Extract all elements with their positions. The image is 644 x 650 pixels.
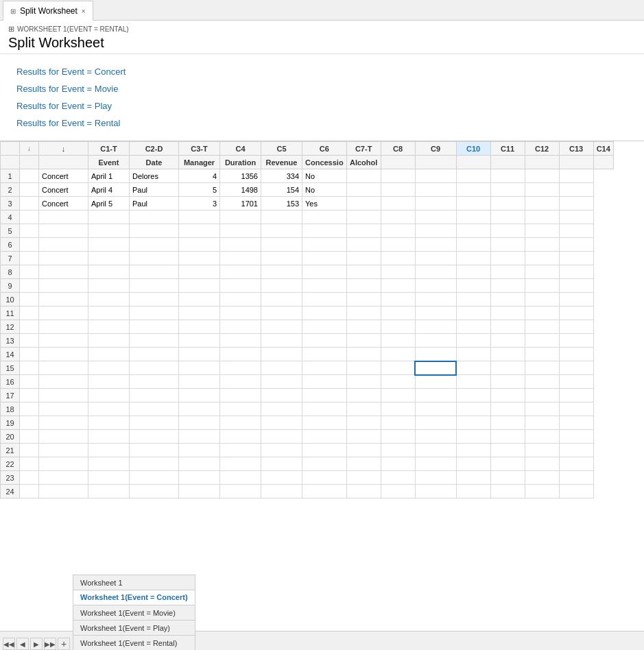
cell-r12-c12[interactable]: [525, 320, 559, 334]
cell-r23-c7[interactable]: [346, 471, 381, 485]
cell-r2-c4[interactable]: 1498: [220, 183, 261, 197]
cell-r2-c0[interactable]: Concert: [39, 183, 88, 197]
cell-r6-c5[interactable]: [261, 238, 302, 252]
cell-r14-c5[interactable]: [261, 348, 302, 361]
cell-r9-c4[interactable]: [220, 279, 261, 293]
cell-r1-c8[interactable]: [381, 169, 415, 183]
cell-r19-c9[interactable]: [415, 416, 456, 430]
cell-r17-c0[interactable]: [39, 389, 88, 402]
col-header-C2-D[interactable]: C2-D: [130, 142, 179, 156]
cell-r24-c10[interactable]: [456, 485, 490, 498]
cell-r12-c9[interactable]: [415, 320, 456, 334]
cell-r7-c1[interactable]: [88, 252, 130, 265]
cell-r18-c9[interactable]: [415, 402, 456, 416]
cell-r2-c11[interactable]: [490, 183, 525, 197]
cell-r10-c9[interactable]: [415, 293, 456, 306]
cell-r14-c12[interactable]: [525, 348, 559, 361]
cell-r6-c0[interactable]: [39, 238, 88, 252]
cell-r10-c3[interactable]: [179, 293, 220, 306]
cell-r8-c13[interactable]: [559, 265, 593, 279]
cell-r16-c9[interactable]: [415, 375, 456, 389]
cell-r20-c10[interactable]: [456, 430, 490, 444]
cell-r10-c10[interactable]: [456, 293, 490, 306]
table-row[interactable]: 19: [1, 416, 614, 430]
cell-r8-c11[interactable]: [490, 265, 525, 279]
cell-r1-c13[interactable]: [559, 169, 593, 183]
cell-r15-c5[interactable]: [261, 361, 302, 375]
cell-r13-c9[interactable]: [415, 334, 456, 348]
cell-r7-c11[interactable]: [490, 252, 525, 265]
cell-r16-c10[interactable]: [456, 375, 490, 389]
cell-r21-c0[interactable]: [39, 444, 88, 457]
cell-r2-c7[interactable]: [346, 183, 381, 197]
cell-r5-c5[interactable]: [261, 224, 302, 238]
cell-r7-c12[interactable]: [525, 252, 559, 265]
cell-r7-c13[interactable]: [559, 252, 593, 265]
table-row[interactable]: 6: [1, 238, 614, 252]
cell-r18-c1[interactable]: [88, 402, 130, 416]
cell-r20-c13[interactable]: [559, 430, 593, 444]
cell-r5-c10[interactable]: [456, 224, 490, 238]
spreadsheet-container[interactable]: ↓ ↓C1-TC2-DC3-TC4C5C6C7-TC8C9C10C11C12C1…: [0, 141, 644, 581]
cell-r5-c12[interactable]: [525, 224, 559, 238]
cell-r15-c13[interactable]: [559, 361, 593, 375]
cell-r6-c6[interactable]: [302, 238, 347, 252]
cell-r15-c6[interactable]: [302, 361, 347, 375]
cell-r18-c10[interactable]: [456, 402, 490, 416]
table-row[interactable]: 22: [1, 457, 614, 471]
cell-r19-c13[interactable]: [559, 416, 593, 430]
cell-r20-c8[interactable]: [381, 430, 415, 444]
cell-r13-c12[interactable]: [525, 334, 559, 348]
cell-r9-c9[interactable]: [415, 279, 456, 293]
col-header-C6[interactable]: C6: [302, 142, 347, 156]
cell-r23-c5[interactable]: [261, 471, 302, 485]
cell-r11-c11[interactable]: [490, 306, 525, 320]
cell-r22-c10[interactable]: [456, 457, 490, 471]
result-play[interactable]: Results for Event = Play: [16, 101, 628, 111]
cell-r3-c1[interactable]: April 5: [88, 197, 130, 210]
cell-r5-c13[interactable]: [559, 224, 593, 238]
cell-r10-c12[interactable]: [525, 293, 559, 306]
cell-r24-c6[interactable]: [302, 485, 347, 498]
cell-r18-c3[interactable]: [179, 402, 220, 416]
table-row[interactable]: 1ConcertApril 1Delores41356334No: [1, 169, 614, 183]
cell-r11-c9[interactable]: [415, 306, 456, 320]
cell-r8-c8[interactable]: [381, 265, 415, 279]
cell-r8-c4[interactable]: [220, 265, 261, 279]
cell-r3-c9[interactable]: [415, 197, 456, 210]
cell-r15-c3[interactable]: [179, 361, 220, 375]
cell-r18-c13[interactable]: [559, 402, 593, 416]
cell-r5-c9[interactable]: [415, 224, 456, 238]
cell-r15-c9[interactable]: [415, 361, 456, 375]
cell-r18-c11[interactable]: [490, 402, 525, 416]
cell-r20-c4[interactable]: [220, 430, 261, 444]
cell-r4-c5[interactable]: [261, 210, 302, 224]
cell-r16-c4[interactable]: [220, 375, 261, 389]
cell-r12-c7[interactable]: [346, 320, 381, 334]
cell-r20-c5[interactable]: [261, 430, 302, 444]
cell-r4-c10[interactable]: [456, 210, 490, 224]
cell-r4-c8[interactable]: [381, 210, 415, 224]
cell-r8-c6[interactable]: [302, 265, 347, 279]
cell-r3-c4[interactable]: 1701: [220, 197, 261, 210]
table-row[interactable]: 24: [1, 485, 614, 498]
cell-r24-c5[interactable]: [261, 485, 302, 498]
cell-r2-c2[interactable]: Paul: [130, 183, 179, 197]
cell-r16-c5[interactable]: [261, 375, 302, 389]
cell-r17-c9[interactable]: [415, 389, 456, 402]
table-row[interactable]: 11: [1, 306, 614, 320]
cell-r12-c11[interactable]: [490, 320, 525, 334]
cell-r17-c3[interactable]: [179, 389, 220, 402]
cell-r18-c12[interactable]: [525, 402, 559, 416]
cell-r3-c3[interactable]: 3: [179, 197, 220, 210]
cell-r11-c2[interactable]: [130, 306, 179, 320]
cell-r6-c13[interactable]: [559, 238, 593, 252]
table-row[interactable]: 3ConcertApril 5Paul31701153Yes: [1, 197, 614, 210]
cell-r12-c10[interactable]: [456, 320, 490, 334]
cell-r2-c9[interactable]: [415, 183, 456, 197]
result-rental[interactable]: Results for Event = Rental: [16, 118, 628, 128]
result-movie[interactable]: Results for Event = Movie: [16, 84, 628, 94]
cell-r9-c13[interactable]: [559, 279, 593, 293]
cell-r8-c12[interactable]: [525, 265, 559, 279]
table-row[interactable]: 12: [1, 320, 614, 334]
